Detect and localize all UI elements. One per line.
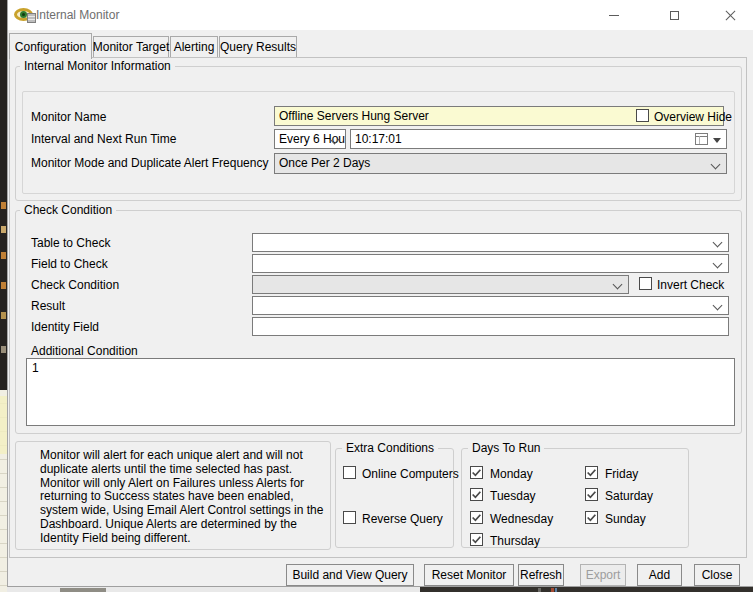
background-window-bottom-dark <box>420 587 753 592</box>
tab-label: Query Results <box>220 40 296 54</box>
wednesday-label: Wednesday <box>490 512 553 526</box>
button-label: Refresh <box>520 568 562 582</box>
online-computers-checkbox[interactable] <box>343 466 356 479</box>
tab-label: Monitor Target <box>93 40 169 54</box>
tab-query-results[interactable]: Query Results <box>219 36 297 57</box>
background-artifact <box>538 588 541 592</box>
overview-hide-label: Overview Hide <box>654 110 732 124</box>
additional-condition-textarea[interactable]: 1 <box>26 358 735 426</box>
online-computers-label: Online Computers <box>362 467 459 481</box>
export-button[interactable]: Export <box>580 564 626 586</box>
app-icon-device <box>27 13 36 23</box>
background-artifact <box>1 312 6 319</box>
background-artifact <box>1 346 6 353</box>
days-to-run-group: Monday Tuesday Wednesday Thursday Friday… <box>461 448 689 548</box>
checkmark-icon <box>471 489 482 500</box>
background-artifact <box>60 588 106 592</box>
close-icon <box>724 9 737 22</box>
app-icon <box>14 7 37 23</box>
field-to-check-dropdown[interactable] <box>252 254 729 273</box>
chevron-down-icon <box>613 280 623 290</box>
app-icon-pupil <box>22 13 25 16</box>
background-artifact <box>1 282 6 289</box>
identity-field-label: Identity Field <box>31 320 99 334</box>
add-button[interactable]: Add <box>637 564 682 586</box>
interval-dropdown[interactable]: Every 6 Hours <box>274 129 346 149</box>
background-artifact <box>555 588 557 592</box>
maximize-button[interactable] <box>652 0 697 30</box>
monday-label: Monday <box>490 467 533 481</box>
reverse-query-checkbox[interactable] <box>343 511 356 524</box>
refresh-button[interactable]: Refresh <box>518 564 564 586</box>
check-condition-group-label: Check Condition <box>20 203 116 217</box>
monitor-mode-dropdown[interactable]: Once Per 2 Days <box>274 153 727 174</box>
tab-alerting[interactable]: Alerting <box>170 36 218 57</box>
checkmark-icon <box>586 467 597 478</box>
tab-configuration[interactable]: Configuration <box>9 33 92 59</box>
check-condition-dropdown[interactable] <box>252 275 629 294</box>
days-to-run-group-label: Days To Run <box>468 441 544 455</box>
background-artifact <box>551 588 554 592</box>
background-artifact <box>0 396 7 454</box>
result-dropdown[interactable] <box>252 296 729 315</box>
tab-monitor-target[interactable]: Monitor Target <box>93 36 169 57</box>
app-icon-device-line <box>28 19 35 20</box>
window-title: Internal Monitor <box>36 8 119 22</box>
background-artifact <box>1 252 6 259</box>
minimize-button[interactable] <box>591 0 636 30</box>
overview-hide-checkbox[interactable] <box>636 109 649 122</box>
chevron-down-icon <box>713 259 723 269</box>
sunday-label: Sunday <box>605 512 646 526</box>
thursday-checkbox[interactable] <box>470 533 483 546</box>
note-box: Monitor will alert for each unique alert… <box>15 441 331 550</box>
monitor-name-label: Monitor Name <box>31 110 106 124</box>
tuesday-checkbox[interactable] <box>470 488 483 501</box>
sunday-checkbox[interactable] <box>585 511 598 524</box>
internal-monitor-dialog: Internal Monitor Configuration Monitor T… <box>7 0 753 587</box>
reset-monitor-button[interactable]: Reset Monitor <box>424 564 514 586</box>
button-label: Close <box>702 568 733 582</box>
wednesday-checkbox[interactable] <box>470 511 483 524</box>
checkmark-icon <box>471 467 482 478</box>
button-label: Build and View Query <box>292 568 407 582</box>
close-dialog-button[interactable]: Close <box>694 564 740 586</box>
friday-label: Friday <box>605 467 638 481</box>
button-label: Export <box>586 568 621 582</box>
extra-conditions-group-label: Extra Conditions <box>342 441 438 455</box>
tuesday-label: Tuesday <box>490 489 536 503</box>
dropdown-arrow-icon <box>713 138 721 143</box>
invert-check-label: Invert Check <box>657 278 724 292</box>
minimize-icon <box>609 15 619 16</box>
checkmark-icon <box>471 512 482 523</box>
build-and-view-query-button[interactable]: Build and View Query <box>286 564 414 586</box>
app-icon-device-line <box>28 16 35 17</box>
saturday-label: Saturday <box>605 489 653 503</box>
tab-label: Configuration <box>15 40 86 54</box>
check-condition-label: Check Condition <box>31 278 119 292</box>
identity-field-input[interactable] <box>252 317 729 336</box>
result-label: Result <box>31 299 65 313</box>
tab-label: Alerting <box>174 40 215 54</box>
monitor-mode-label: Monitor Mode and Duplicate Alert Frequen… <box>31 156 268 170</box>
field-to-check-label: Field to Check <box>31 257 108 271</box>
invert-check-checkbox[interactable] <box>639 277 652 290</box>
table-to-check-dropdown[interactable] <box>252 233 729 252</box>
friday-checkbox[interactable] <box>585 466 598 479</box>
additional-condition-label: Additional Condition <box>31 344 138 358</box>
table-to-check-label: Table to Check <box>31 236 110 250</box>
chevron-down-icon <box>713 301 723 311</box>
checkmark-icon <box>586 489 597 500</box>
background-artifact <box>1 202 6 209</box>
next-run-time-input[interactable]: 10:17:01 <box>350 129 727 149</box>
background-artifact <box>1 226 6 233</box>
maximize-icon <box>670 11 679 20</box>
note-text: Monitor will alert for each unique alert… <box>40 449 332 546</box>
calendar-icon <box>695 133 708 145</box>
close-button[interactable] <box>708 0 753 30</box>
button-label: Add <box>649 568 670 582</box>
checkmark-icon <box>471 534 482 545</box>
button-label: Reset Monitor <box>432 568 507 582</box>
chevron-down-icon <box>713 238 723 248</box>
monday-checkbox[interactable] <box>470 466 483 479</box>
saturday-checkbox[interactable] <box>585 488 598 501</box>
